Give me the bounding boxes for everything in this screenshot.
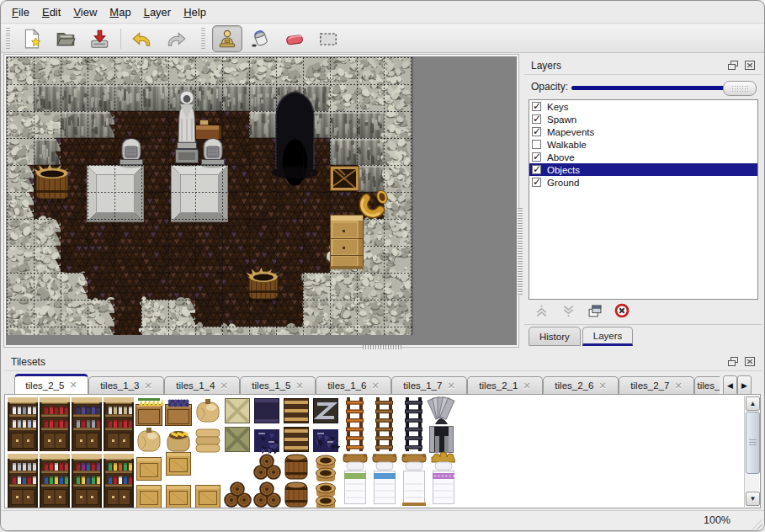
layer-name: Objects — [547, 165, 580, 175]
save-file-button[interactable] — [84, 25, 114, 52]
tileset-scrollbar[interactable]: ▲ ▼ — [744, 396, 759, 507]
duplicate-icon — [587, 304, 603, 318]
tab-close-icon[interactable]: ✕ — [220, 380, 227, 391]
status-bar: 100% — [1, 510, 764, 531]
menu-map[interactable]: Map — [109, 6, 130, 19]
tab-history[interactable]: History — [529, 327, 581, 346]
new-file-icon — [21, 28, 43, 50]
tab-tiles[interactable]: tiles_ — [694, 376, 720, 394]
tilesets-panel-header: Tilesets — [4, 353, 762, 371]
fill-tool-button[interactable] — [246, 25, 276, 52]
tilesets-panel: Tilesets tiles_2_5✕tiles_1_3✕tiles_1_4✕t… — [4, 351, 762, 509]
layer-checkbox[interactable]: ✓ — [532, 102, 541, 111]
tab-label: tiles_2_6 — [555, 380, 593, 391]
tab-close-icon[interactable]: ✕ — [674, 380, 682, 391]
menu-bar: FileEditViewMapLayerHelp — [1, 1, 764, 24]
layer-checkbox[interactable]: ✓ — [532, 152, 541, 162]
float-icon — [727, 356, 739, 367]
resize-grip[interactable] — [748, 515, 762, 529]
zoom-level: 100% — [704, 514, 730, 526]
tab-label: tiles_1_4 — [176, 380, 215, 391]
tab-layers[interactable]: Layers — [582, 327, 634, 346]
move-up-icon — [534, 304, 549, 318]
stamp-tool-button[interactable] — [212, 25, 242, 52]
tab-tiles_1_5[interactable]: tiles_1_5✕ — [240, 376, 316, 394]
tab-tiles_1_7[interactable]: tiles_1_7✕ — [391, 376, 467, 394]
close-panel-button[interactable] — [743, 60, 756, 72]
tab-close-icon[interactable]: ✕ — [295, 380, 303, 391]
tab-close-icon[interactable]: ✕ — [447, 380, 454, 391]
tileset-content[interactable]: ▲ ▼ — [4, 394, 761, 508]
layer-row-spawn[interactable]: ✓Spawn — [529, 113, 757, 125]
layer-checkbox[interactable]: ✓ — [532, 114, 541, 124]
opacity-slider-handle[interactable] — [723, 81, 757, 96]
float-panel-button[interactable] — [726, 356, 739, 368]
tab-label: tiles_1_3 — [100, 380, 139, 391]
toolbar-grip[interactable] — [6, 28, 10, 50]
tab-tiles_1_3[interactable]: tiles_1_3✕ — [88, 376, 164, 394]
layer-checkbox[interactable]: ✓ — [532, 178, 541, 187]
layer-row-walkable[interactable]: Walkable — [529, 138, 757, 151]
tab-tiles_2_1[interactable]: tiles_2_1✕ — [467, 376, 543, 394]
tab-tiles_1_4[interactable]: tiles_1_4✕ — [164, 376, 240, 394]
layer-name: Ground — [547, 178, 579, 188]
layer-checkbox[interactable]: ✓ — [532, 127, 541, 136]
new-file-button[interactable] — [17, 25, 47, 52]
layer-checkbox[interactable]: ✓ — [532, 165, 541, 174]
tab-close-icon[interactable]: ✕ — [69, 380, 77, 391]
close-panel-button[interactable] — [743, 356, 756, 368]
selection-rect-icon — [317, 28, 339, 50]
tab-scroll-left-button[interactable]: ◀ — [723, 375, 737, 396]
layer-row-above[interactable]: ✓Above — [529, 151, 757, 163]
scrollbar-thumb[interactable] — [746, 412, 760, 474]
tab-tiles_1_6[interactable]: tiles_1_6✕ — [316, 376, 391, 394]
menu-edit[interactable]: Edit — [42, 6, 61, 19]
layers-panel-header: Layers — [524, 56, 762, 75]
tab-close-icon[interactable]: ✕ — [523, 380, 530, 391]
toolbar-grip[interactable] — [201, 28, 205, 50]
tab-label: tiles_1_6 — [327, 380, 366, 391]
toolbar-separator — [120, 29, 121, 49]
vertical-splitter[interactable] — [518, 208, 523, 295]
duplicate-layer-button[interactable] — [587, 302, 603, 319]
tileset-canvas[interactable] — [7, 396, 455, 508]
layer-name: Above — [547, 152, 575, 162]
map-viewport[interactable] — [4, 55, 518, 347]
scroll-down-button[interactable]: ▼ — [746, 492, 760, 506]
menu-view[interactable]: View — [73, 6, 97, 19]
layer-name: Mapevents — [547, 127, 594, 137]
tab-tiles_2_5[interactable]: tiles_2_5✕ — [14, 374, 88, 394]
layer-list: ✓Keys✓Spawn✓MapeventsWalkable✓Above✓Obje… — [529, 99, 758, 300]
eraser-tool-button[interactable] — [279, 25, 310, 52]
map-canvas[interactable] — [7, 57, 413, 335]
undo-icon — [131, 28, 153, 50]
float-panel-button[interactable] — [726, 60, 739, 72]
open-file-button[interactable] — [50, 25, 81, 52]
menu-file[interactable]: File — [12, 6, 29, 19]
scroll-up-button[interactable]: ▲ — [746, 396, 760, 411]
tab-tiles_2_7[interactable]: tiles_2_7✕ — [619, 376, 694, 394]
tab-label: tiles_2_7 — [630, 380, 669, 391]
tab-close-icon[interactable]: ✕ — [371, 380, 379, 391]
redo-button[interactable] — [161, 25, 191, 52]
menu-layer[interactable]: Layer — [144, 6, 172, 19]
close-icon — [744, 60, 756, 71]
undo-button[interactable] — [127, 25, 157, 52]
move-layer-down-button[interactable] — [560, 302, 576, 319]
move-layer-up-button[interactable] — [533, 302, 550, 319]
horizontal-splitter[interactable] — [363, 345, 401, 349]
dock-tab-bar: HistoryLayers — [529, 327, 635, 346]
tab-close-icon[interactable]: ✕ — [144, 380, 151, 391]
layer-row-objects[interactable]: ✓Objects — [529, 163, 757, 176]
layer-checkbox[interactable] — [532, 140, 541, 149]
tab-close-icon[interactable]: ✕ — [598, 380, 606, 391]
tab-tiles_2_6[interactable]: tiles_2_6✕ — [543, 376, 619, 394]
select-tool-button[interactable] — [313, 25, 343, 52]
layer-row-keys[interactable]: ✓Keys — [529, 100, 757, 113]
layer-row-ground[interactable]: ✓Ground — [529, 176, 757, 189]
menu-help[interactable]: Help — [183, 6, 206, 19]
delete-layer-button[interactable] — [614, 302, 630, 319]
layer-row-mapevents[interactable]: ✓Mapevents — [529, 125, 757, 138]
paint-bucket-icon — [250, 28, 272, 50]
tab-scroll-right-button[interactable]: ▶ — [737, 375, 752, 396]
